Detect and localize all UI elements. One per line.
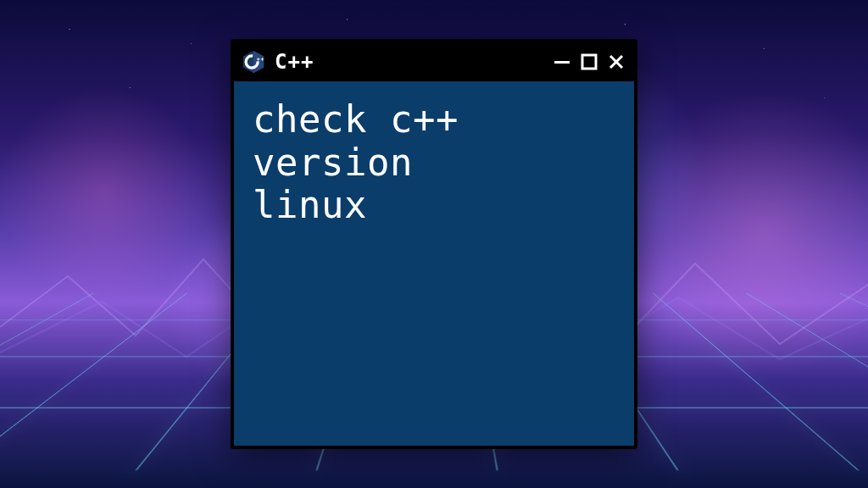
window-titlebar[interactable]: + + C++	[234, 42, 634, 81]
window-controls	[553, 53, 626, 71]
svg-text:+: +	[257, 56, 260, 63]
svg-rect-5	[554, 61, 570, 64]
maximize-button[interactable]	[580, 53, 598, 71]
minimize-icon	[554, 53, 570, 70]
terminal-text: check c++ version linux	[253, 98, 615, 227]
terminal-window: + + C++	[231, 39, 637, 449]
svg-text:+: +	[260, 56, 264, 63]
close-button[interactable]	[607, 53, 626, 71]
minimize-button[interactable]	[553, 53, 571, 71]
close-icon	[608, 53, 625, 70]
svg-rect-6	[582, 55, 596, 69]
maximize-icon	[581, 53, 598, 70]
cpp-logo-icon: + +	[241, 49, 266, 75]
window-title: C++	[275, 50, 544, 74]
terminal-body[interactable]: check c++ version linux	[234, 81, 634, 446]
